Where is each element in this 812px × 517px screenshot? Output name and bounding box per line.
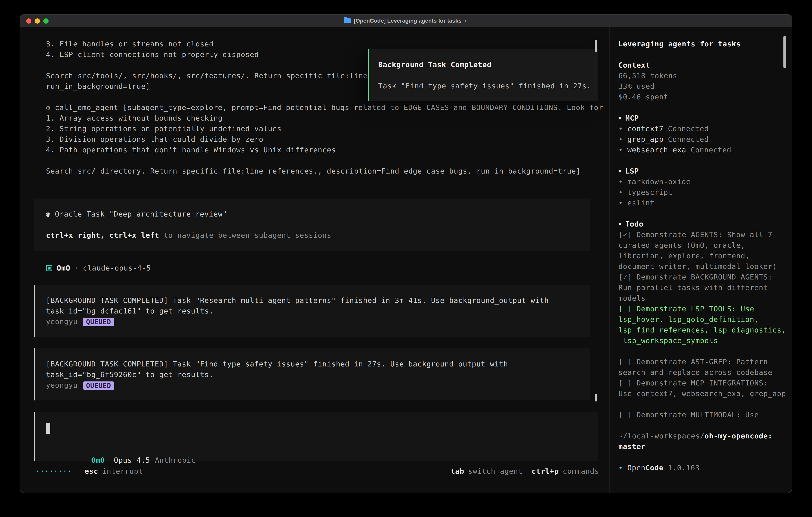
context-used: 33% used (618, 81, 792, 91)
esc-key-label: interrupt (102, 466, 143, 477)
message-text: task_id="bg_6f59260c" to get results. (46, 369, 590, 380)
background-task-toast: Background Task Completed Task "Find typ… (368, 49, 598, 101)
tab-key-label: switch agent (468, 466, 522, 477)
context-heading: Context (618, 60, 792, 71)
scrollbar-thumb[interactable] (783, 35, 786, 69)
output-line: 1. Array access without bounds checking (46, 113, 603, 124)
lsp-item: •typescript (618, 187, 792, 197)
text-cursor (46, 423, 50, 434)
separator-dot: · (74, 264, 79, 272)
message-meta: yeongyuQUEUED (46, 380, 590, 390)
tool-call-line: ⚙call_omo_agent [subagent_type=explore, … (46, 102, 603, 113)
mcp-item: •context7Connected (618, 124, 792, 134)
bullet-icon: • (618, 125, 623, 133)
todo-item: [✓] Demonstrate BACKGROUND AGENTS: Run p… (618, 272, 792, 303)
todo-item: [ ] Demonstrate LSP TOOLS: Use lsp_hover… (618, 303, 792, 346)
close-button[interactable] (26, 19, 31, 24)
lsp-name: markdown-oxide (628, 178, 691, 186)
todo-section-header[interactable]: ▼Todo (618, 219, 792, 229)
output-line: Search src/ directory. Return specific f… (46, 166, 603, 176)
status-bar: ········ esc interrupt tab switch agent … (35, 466, 599, 477)
output-line: 3. File handles or streams not closed (46, 38, 603, 49)
oracle-icon: ◉ (46, 210, 51, 218)
status-badge: QUEUED (83, 381, 114, 390)
output-line: 3. Division operations that could divide… (46, 134, 603, 144)
workspace-path: ~/local-workspaces/oh-my-opencode: (618, 431, 792, 441)
workspace-branch: master (618, 441, 792, 452)
zoom-button[interactable] (44, 19, 49, 24)
agent-name: OmO (57, 264, 70, 272)
shortcut-keys: ctrl+x right, ctrl+x left (46, 231, 159, 239)
lsp-item: •eslint (618, 197, 792, 208)
mcp-name: grep_app (628, 135, 664, 143)
lsp-item: •markdown-oxide (618, 176, 792, 187)
mcp-name: context7 (628, 125, 664, 133)
agent-icon (46, 265, 52, 271)
mcp-status: Connected (668, 135, 709, 143)
status-badge: QUEUED (83, 318, 114, 326)
mcp-heading-label: MCP (626, 114, 639, 122)
scrollbar-thumb[interactable] (594, 394, 597, 402)
bullet-icon: • (618, 199, 623, 207)
tab-key-hint: tab (451, 466, 464, 477)
commands-key-label: commands (563, 466, 599, 477)
todo-item: [ ] Demonstrate AST-GREP: Pattern search… (618, 356, 792, 378)
chat-panel: 3. File handles or streams not closed 4.… (20, 27, 609, 493)
bullet-icon: • (618, 146, 623, 154)
bullet-icon: • (618, 464, 623, 472)
input-model-name: Opus 4.5 (114, 456, 150, 464)
minimize-button[interactable] (35, 19, 40, 24)
bullet-icon: • (618, 188, 623, 196)
output-line: 4. Path operations that don't handle Win… (46, 144, 603, 155)
window-title-text: [OpenCode] Leveraging agents for tasks (354, 18, 462, 24)
toast-body: Task "Find type safety issues" finished … (378, 81, 598, 91)
message-card: [BACKGROUND TASK COMPLETED] Task "Resear… (34, 285, 590, 337)
app-name-bold: Code (645, 464, 664, 472)
commands-key-hint: ctrl+p (532, 466, 559, 477)
mcp-status: Connected (668, 125, 709, 133)
prompt-input[interactable]: OmOOpus 4.5Anthropic (34, 412, 598, 461)
esc-key-hint: esc (85, 466, 98, 477)
terminal-window: [OpenCode] Leveraging agents for tasks ◐… (20, 15, 792, 493)
chevron-down-icon: ▼ (618, 221, 622, 227)
titlebar[interactable]: [OpenCode] Leveraging agents for tasks ◐ (20, 15, 792, 27)
lsp-name: eslint (628, 199, 655, 207)
app-version: 1.0.163 (668, 464, 700, 472)
oracle-task-panel: ◉Oracle Task "Deep architecture review" … (34, 198, 590, 251)
workspace-path-prefix: ~/local-workspaces/ (618, 432, 704, 440)
mcp-name: websearch_exa (628, 146, 686, 154)
lsp-name: typescript (628, 188, 673, 196)
oracle-title: Oracle Task "Deep architecture review" (55, 210, 227, 218)
tool-call-text: call_omo_agent [subagent_type=explore, p… (55, 103, 603, 112)
lsp-heading-label: LSP (626, 167, 639, 175)
oracle-title-line: ◉Oracle Task "Deep architecture review" (46, 209, 590, 219)
bullet-icon: • (618, 178, 623, 186)
message-author: yeongyu (46, 318, 78, 326)
input-provider-name: Anthropic (155, 456, 196, 464)
todo-item: [ ] Demonstrate MULTIMODAL: Use (618, 409, 792, 420)
sidebar: Leveraging agents for tasks Context 66,5… (609, 27, 792, 493)
output-line: 2. String operations on potentially unde… (46, 124, 603, 134)
input-model-row: OmOOpus 4.5Anthropic (46, 444, 196, 455)
session-state-icon: ◐ (464, 18, 468, 24)
navigation-hint: ctrl+x right, ctrl+x left to navigate be… (46, 230, 590, 241)
message-text: task_id="bg_dcfac161" to get results. (46, 306, 590, 316)
scrollbar-thumb[interactable] (594, 40, 597, 52)
mcp-status: Connected (691, 146, 731, 154)
message-card: [BACKGROUND TASK COMPLETED] Task "Find t… (34, 348, 590, 401)
message-text: [BACKGROUND TASK COMPLETED] Task "Resear… (46, 295, 590, 306)
message-text: [BACKGROUND TASK COMPLETED] Task "Find t… (46, 359, 590, 369)
message-meta: yeongyuQUEUED (46, 316, 590, 327)
mcp-section-header[interactable]: ▼MCP (618, 113, 792, 124)
todo-item: [ ] Demonstrate MCP INTEGRATIONS: Use co… (618, 378, 792, 399)
app-name: Open (628, 464, 645, 472)
lsp-section-header[interactable]: ▼LSP (618, 166, 792, 176)
message-author: yeongyu (46, 381, 78, 389)
chevron-down-icon: ▼ (618, 168, 622, 174)
chevron-down-icon: ▼ (618, 115, 622, 121)
mcp-item: •grep_appConnected (618, 134, 792, 144)
input-agent-name: OmO (91, 456, 105, 464)
todo-heading-label: Todo (626, 220, 644, 228)
shortcut-description: to navigate between subagent sessions (159, 231, 331, 239)
agent-header: OmO · claude-opus-4-5 (46, 263, 151, 273)
